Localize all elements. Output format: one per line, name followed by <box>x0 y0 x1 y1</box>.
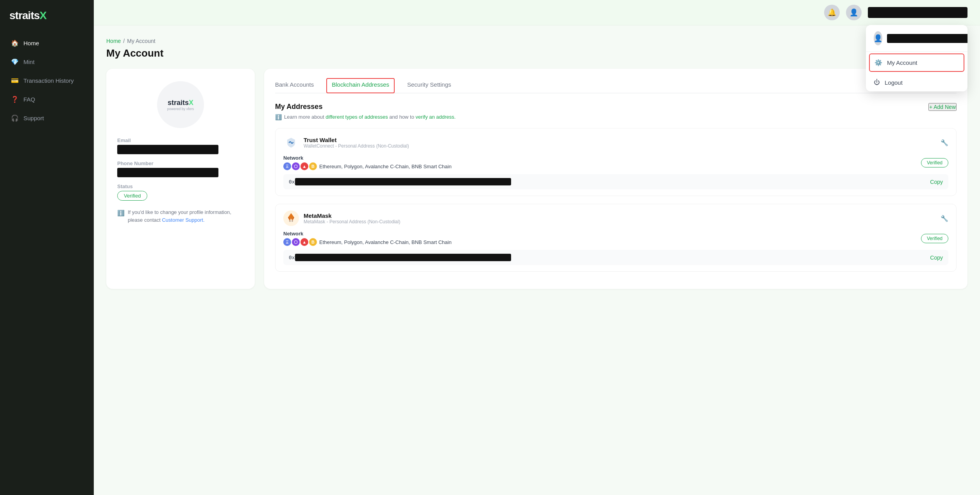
bell-icon: 🔔 <box>828 8 836 17</box>
sidebar-item-faq[interactable]: ❓ FAQ <box>5 91 89 108</box>
metamask-type: MetaMask - Personal Address (Non-Custodi… <box>304 219 400 224</box>
trust-networks-text: Ethereum, Polygon, Avalanche C-Chain, BN… <box>319 164 452 169</box>
breadcrumb: Home / My Account <box>106 38 967 44</box>
logo-regular: straits <box>9 9 39 21</box>
logo-x: X <box>189 99 193 107</box>
metamask-verified-badge: Verified <box>921 234 948 243</box>
trust-address-row: 0x██████████████████████████████████████… <box>283 174 948 189</box>
trust-wallet-network-row: Network Ξ ⬡ ▲ B Ethereum, Polygon, Avala… <box>283 155 948 170</box>
sidebar-item-label: FAQ <box>23 96 35 103</box>
status-label: Status <box>117 183 244 189</box>
gem-icon: 💎 <box>11 58 19 66</box>
add-new-button[interactable]: + Add New <box>928 103 957 111</box>
trust-wallet-item: Trust Wallet WalletConnect - Personal Ad… <box>275 128 957 196</box>
info-circle-icon: ℹ️ <box>275 114 282 120</box>
trust-wallet-type: WalletConnect - Personal Address (Non-Cu… <box>304 143 409 149</box>
trust-verified-badge: Verified <box>921 158 948 167</box>
info-icon: ℹ️ <box>117 209 125 224</box>
trust-wallet-icon <box>283 135 299 150</box>
metamask-address-row: 0x██████████████████████████████████████… <box>283 250 948 265</box>
tab-bank-accounts[interactable]: Bank Accounts <box>275 78 314 93</box>
status-badge: Verified <box>117 191 147 201</box>
sidebar-item-home[interactable]: 🏠 Home <box>5 34 89 52</box>
breadcrumb-separator: / <box>123 38 125 44</box>
main-content: 🔔 👤 ████████████████ 👤 ████████████████ … <box>94 0 980 495</box>
trust-wallet-settings-icon[interactable]: 🔧 <box>941 139 948 146</box>
metamask-address-value: ████████████████████████████████████████ <box>295 254 511 261</box>
sidebar-item-label: Support <box>23 115 44 121</box>
profile-info-box: ℹ️ If you'd like to change your profile … <box>117 208 244 224</box>
dropdown-avatar: 👤 <box>874 31 882 45</box>
trust-address-value: ████████████████████████████████████████ <box>295 178 511 185</box>
chain-icons: Ξ ⬡ ▲ B <box>283 162 317 170</box>
user-icon-button[interactable]: 👤 <box>846 5 862 20</box>
logo-subtitle: powered by xfers <box>167 107 194 111</box>
sidebar: straitsX 🏠 Home 💎 Mint 💳 Transaction His… <box>0 0 94 495</box>
phone-value: ██████████████ <box>117 168 218 177</box>
metamask-network-row: Network Ξ ⬡ ▲ B Ethereum, Polygon, Avala… <box>283 231 948 246</box>
svg-point-8 <box>291 220 293 222</box>
notification-button[interactable]: 🔔 <box>824 5 840 20</box>
metamask-info: MetaMask MetaMask - Personal Address (No… <box>283 210 400 226</box>
page-content: Home / My Account My Account straitsX po… <box>94 25 980 495</box>
info-part1: Learn more about <box>284 114 324 120</box>
sidebar-item-label: Transaction History <box>23 77 74 84</box>
trust-network-label: Network <box>283 155 452 161</box>
email-field: ██████████████ <box>117 145 244 154</box>
dropdown-header: 👤 ████████████████ <box>866 25 967 52</box>
breadcrumb-home[interactable]: Home <box>106 38 121 44</box>
avalanche-icon: ▲ <box>300 162 308 170</box>
svg-point-7 <box>289 220 291 222</box>
credit-card-icon: 💳 <box>11 77 19 84</box>
phone-field: ██████████████ <box>117 168 244 177</box>
customer-support-link[interactable]: Customer Support. <box>162 217 204 223</box>
metamask-address: 0x██████████████████████████████████████… <box>289 254 925 261</box>
sidebar-nav: 🏠 Home 💎 Mint 💳 Transaction History ❓ FA… <box>0 34 94 126</box>
metamask-network-chains: Ξ ⬡ ▲ B Ethereum, Polygon, Avalanche C-C… <box>283 238 452 246</box>
tab-blockchain-addresses[interactable]: Blockchain Addresses <box>326 78 395 93</box>
content-grid: straitsX powered by xfers Email ████████… <box>106 69 967 289</box>
metamask-network-label: Network <box>283 231 452 237</box>
sidebar-item-mint[interactable]: 💎 Mint <box>5 53 89 70</box>
addresses-title: My Addresses <box>275 103 322 111</box>
addresses-header: My Addresses + Add New <box>275 103 957 111</box>
trust-copy-button[interactable]: Copy <box>930 179 943 185</box>
metamask-settings-icon[interactable]: 🔧 <box>941 215 948 222</box>
sidebar-item-transaction-history[interactable]: 💳 Transaction History <box>5 72 89 89</box>
email-label: Email <box>117 137 244 143</box>
metamask-address-prefix: 0x <box>289 255 295 260</box>
dropdown-my-account[interactable]: ⚙️ My Account <box>869 53 964 72</box>
different-addresses-link[interactable]: different types of addresses <box>325 114 388 120</box>
logo-regular: straits <box>168 99 189 107</box>
dropdown-logout[interactable]: ⏻ Logout <box>866 73 967 91</box>
polygon-icon: ⬡ <box>292 162 300 170</box>
status-field: Verified <box>117 191 244 201</box>
info-part2: and how to <box>389 114 414 120</box>
tab-security-settings[interactable]: Security Settings <box>407 78 451 93</box>
gear-icon: ⚙️ <box>874 59 882 66</box>
bnb-icon: B <box>309 162 317 170</box>
trust-network-chains: Ξ ⬡ ▲ B Ethereum, Polygon, Avalanche C-C… <box>283 162 452 170</box>
sidebar-item-label: Mint <box>23 59 34 65</box>
dropdown-logout-label: Logout <box>885 79 903 86</box>
person-icon: 👤 <box>849 8 858 17</box>
metamask-copy-button[interactable]: Copy <box>930 255 943 261</box>
addresses-card: Bank Accounts Blockchain Addresses Secur… <box>264 69 967 289</box>
trust-wallet-info: Trust Wallet WalletConnect - Personal Ad… <box>283 135 409 150</box>
house-icon: 🏠 <box>11 39 19 47</box>
profile-avatar: straitsX powered by xfers <box>157 81 204 128</box>
power-icon: ⏻ <box>874 79 880 86</box>
metamask-name: MetaMask <box>304 212 400 219</box>
logo: straitsX <box>0 9 94 34</box>
verify-address-link[interactable]: verify an address. <box>416 114 456 120</box>
email-value: ██████████████ <box>117 145 218 154</box>
logo-x: X <box>39 9 46 21</box>
account-button[interactable]: ████████████████ <box>868 7 967 18</box>
profile-logo: straitsX powered by xfers <box>167 99 194 111</box>
page-title: My Account <box>106 47 967 59</box>
header: 🔔 👤 ████████████████ 👤 ████████████████ … <box>94 0 980 25</box>
avatar-icon: 👤 <box>874 34 882 43</box>
sidebar-item-support[interactable]: 🎧 Support <box>5 109 89 126</box>
dropdown-menu: 👤 ████████████████ ⚙️ My Account ⏻ Logou… <box>866 25 967 91</box>
avalanche-icon-2: ▲ <box>300 238 308 246</box>
